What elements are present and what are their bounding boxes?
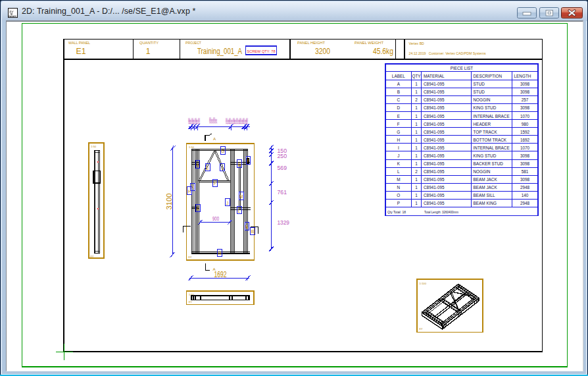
svg-text:140: 140 bbox=[522, 193, 529, 198]
svg-text:LENGTH: LENGTH bbox=[514, 74, 531, 78]
svg-text:1: 1 bbox=[415, 114, 418, 119]
svg-text:KING STUD: KING STUD bbox=[474, 105, 497, 110]
svg-text:C8941-095: C8941-095 bbox=[424, 193, 445, 198]
svg-text:250: 250 bbox=[278, 153, 287, 159]
svg-text:1: 1 bbox=[415, 153, 418, 158]
svg-text:2: 2 bbox=[415, 97, 418, 102]
svg-text:1: 1 bbox=[146, 47, 151, 56]
svg-text:DESCRIPTION: DESCRIPTION bbox=[474, 74, 502, 78]
svg-text:B: B bbox=[397, 90, 400, 94]
svg-text:G: G bbox=[397, 130, 400, 134]
svg-text:HEADER: HEADER bbox=[474, 122, 491, 126]
svg-text:1: 1 bbox=[415, 161, 418, 166]
svg-text:1: 1 bbox=[415, 201, 418, 205]
svg-text:L: L bbox=[397, 169, 400, 174]
svg-text:BEAM SILL: BEAM SILL bbox=[474, 193, 495, 198]
svg-text:C8941-095: C8941-095 bbox=[424, 177, 445, 182]
svg-text:1: 1 bbox=[415, 105, 418, 110]
svg-text:PANEL WEIGHT: PANEL WEIGHT bbox=[355, 40, 383, 45]
svg-text:3100: 3100 bbox=[165, 194, 173, 210]
svg-text:C8941-095: C8941-095 bbox=[424, 169, 445, 174]
svg-text:1:50: 1:50 bbox=[189, 146, 195, 149]
svg-text:D: D bbox=[397, 105, 400, 110]
svg-text:45.6kg: 45.6kg bbox=[373, 47, 393, 56]
svg-text:L: L bbox=[238, 209, 241, 213]
svg-text:C8941-095: C8941-095 bbox=[424, 97, 445, 102]
svg-text:3098: 3098 bbox=[520, 177, 530, 182]
svg-text:3200: 3200 bbox=[315, 47, 330, 56]
svg-text:2948: 2948 bbox=[520, 185, 530, 190]
svg-text:N: N bbox=[397, 185, 400, 190]
svg-text:WALL PANEL: WALL PANEL bbox=[68, 40, 90, 45]
svg-text:1888: 1888 bbox=[245, 118, 249, 124]
svg-text:3098: 3098 bbox=[520, 90, 530, 94]
svg-text:Training_001_A: Training_001_A bbox=[197, 47, 242, 56]
svg-text:3098: 3098 bbox=[520, 82, 530, 86]
svg-text:E1: E1 bbox=[76, 47, 86, 56]
svg-text:1: 1 bbox=[415, 90, 418, 94]
svg-text:M: M bbox=[239, 194, 243, 199]
svg-text:2948: 2948 bbox=[520, 201, 530, 205]
svg-text:A: A bbox=[213, 136, 216, 141]
svg-text:1: 1 bbox=[415, 130, 418, 134]
svg-text:1: 1 bbox=[415, 146, 418, 150]
svg-text:H: H bbox=[188, 189, 191, 194]
svg-text:1888: 1888 bbox=[197, 118, 201, 124]
svg-text:C8941-095: C8941-095 bbox=[424, 90, 445, 94]
svg-text:TOP TRACK: TOP TRACK bbox=[474, 130, 498, 134]
svg-text:C8941-095: C8941-095 bbox=[424, 105, 445, 110]
svg-text:E: E bbox=[397, 114, 400, 119]
svg-text:K: K bbox=[397, 161, 401, 166]
svg-text:C: C bbox=[197, 206, 200, 211]
svg-text:A: A bbox=[397, 82, 401, 86]
svg-text:1: 1 bbox=[415, 193, 418, 198]
svg-text:1692: 1692 bbox=[520, 138, 530, 142]
svg-text:257: 257 bbox=[522, 97, 529, 102]
svg-text:3098: 3098 bbox=[520, 153, 530, 158]
svg-text:I: I bbox=[398, 146, 399, 150]
svg-text:1592: 1592 bbox=[520, 130, 530, 134]
svg-text:LABEL: LABEL bbox=[392, 74, 405, 78]
svg-text:XY: XY bbox=[90, 255, 94, 258]
svg-text:C8941-095: C8941-095 bbox=[424, 114, 445, 119]
svg-text:900: 900 bbox=[212, 215, 219, 222]
svg-text:C8941-095: C8941-095 bbox=[424, 146, 445, 150]
svg-text:569: 569 bbox=[278, 165, 287, 171]
svg-text:C: C bbox=[397, 97, 400, 102]
svg-text:H: H bbox=[218, 251, 221, 255]
svg-text:E: E bbox=[206, 166, 208, 171]
svg-text:A: A bbox=[196, 163, 199, 167]
svg-text:980: 980 bbox=[522, 122, 529, 126]
svg-text:1:100: 1:100 bbox=[420, 282, 427, 285]
svg-text:QTY: QTY bbox=[412, 74, 421, 79]
svg-text:C8941-095: C8941-095 bbox=[424, 201, 445, 205]
svg-text:XY: XY bbox=[189, 300, 193, 304]
svg-text:O: O bbox=[397, 193, 400, 198]
svg-text:PROJECT: PROJECT bbox=[185, 40, 201, 45]
svg-text:1329: 1329 bbox=[278, 219, 290, 226]
svg-text:BACKER STUD: BACKER STUD bbox=[474, 161, 504, 166]
svg-text:BEAM KING: BEAM KING bbox=[474, 201, 497, 205]
svg-text:188: 188 bbox=[214, 119, 218, 124]
svg-text:N: N bbox=[245, 225, 249, 229]
svg-text:1: 1 bbox=[415, 138, 418, 142]
svg-text:C8941-095: C8941-095 bbox=[424, 130, 445, 134]
svg-text:QUANTITY: QUANTITY bbox=[139, 40, 159, 45]
svg-text:1: 1 bbox=[415, 185, 418, 190]
svg-text:PANEL HEIGHT: PANEL HEIGHT bbox=[297, 40, 325, 45]
svg-text:KING STUD: KING STUD bbox=[474, 153, 497, 158]
svg-text:C8941-095: C8941-095 bbox=[424, 185, 445, 190]
svg-text:D: D bbox=[238, 162, 241, 167]
svg-text:1692: 1692 bbox=[214, 270, 227, 279]
svg-text:C8941-095: C8941-095 bbox=[424, 153, 445, 158]
svg-text:3098: 3098 bbox=[520, 105, 530, 110]
svg-text:1070: 1070 bbox=[520, 146, 530, 150]
svg-text:I: I bbox=[222, 166, 223, 171]
svg-text:761: 761 bbox=[278, 189, 287, 196]
svg-text:P: P bbox=[397, 201, 400, 205]
svg-text:NOGGIN: NOGGIN bbox=[474, 169, 491, 174]
svg-text:1:50: 1:50 bbox=[91, 145, 97, 148]
svg-text:1: 1 bbox=[415, 122, 418, 126]
svg-text:G: G bbox=[221, 149, 224, 153]
svg-text:581: 581 bbox=[522, 169, 529, 174]
